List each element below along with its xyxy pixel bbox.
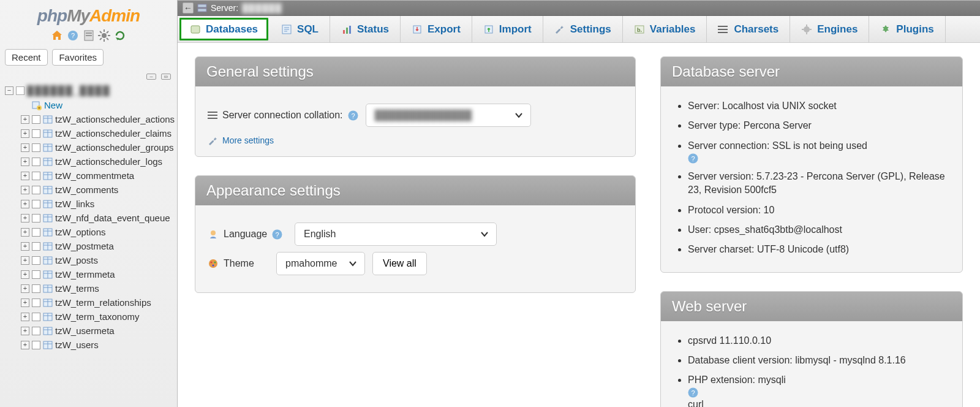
table-icon xyxy=(43,157,53,167)
tab-variables[interactable]: b.Variables xyxy=(623,16,707,42)
expand-node-icon[interactable]: + xyxy=(21,115,29,124)
expand-node-icon[interactable]: + xyxy=(21,129,29,138)
tab-databases[interactable]: Databases xyxy=(179,18,268,40)
link-tree-icon[interactable]: ∞ xyxy=(161,74,171,80)
expand-node-icon[interactable]: + xyxy=(21,313,29,321)
export-icon xyxy=(412,24,423,35)
home-icon[interactable] xyxy=(51,29,63,42)
tab-export[interactable]: Export xyxy=(401,16,472,42)
browse-table-icon[interactable] xyxy=(32,200,40,208)
browse-table-icon[interactable] xyxy=(32,270,40,279)
table-link[interactable]: tzW_actionscheduler_actions xyxy=(55,114,175,124)
help-icon[interactable]: ? xyxy=(688,387,949,398)
browse-table-icon[interactable] xyxy=(32,313,40,321)
browse-table-icon[interactable] xyxy=(32,186,40,194)
expand-node-icon[interactable]: + xyxy=(21,242,29,251)
expand-node-icon[interactable]: + xyxy=(21,186,29,194)
reload-icon[interactable] xyxy=(114,29,126,42)
docs-icon[interactable] xyxy=(83,29,95,42)
browse-table-icon[interactable] xyxy=(32,115,40,124)
breadcrumb-server-name[interactable]: ██████ xyxy=(242,3,282,13)
table-link[interactable]: tzW_comments xyxy=(55,184,118,195)
browse-table-icon[interactable] xyxy=(32,228,40,237)
browse-table-icon[interactable] xyxy=(32,327,40,335)
tab-settings[interactable]: Settings xyxy=(543,16,623,42)
browse-table-icon[interactable] xyxy=(32,129,40,138)
nav-back-icon[interactable]: ← xyxy=(183,2,194,13)
collation-select[interactable]: ██████████████ xyxy=(366,104,531,127)
tab-engines[interactable]: Engines xyxy=(790,16,869,42)
svg-rect-80 xyxy=(718,32,728,33)
table-link[interactable]: tzW_options xyxy=(55,227,106,237)
web-server-title: Web server xyxy=(661,292,962,321)
browse-table-icon[interactable] xyxy=(32,341,40,349)
svg-rect-3 xyxy=(86,32,92,34)
table-link[interactable]: tzW_users xyxy=(55,340,99,350)
tab-import[interactable]: Import xyxy=(472,16,543,42)
more-settings-link[interactable]: More settings xyxy=(222,135,274,145)
svg-line-12 xyxy=(100,38,102,40)
table-link[interactable]: tzW_actionscheduler_groups xyxy=(55,142,173,153)
theme-icon xyxy=(208,258,219,269)
expand-node-icon[interactable]: + xyxy=(21,327,29,335)
tab-plugins[interactable]: Plugins xyxy=(869,16,945,42)
expand-node-icon[interactable]: + xyxy=(21,299,29,307)
table-link[interactable]: tzW_termmeta xyxy=(55,269,115,280)
browse-table-icon[interactable] xyxy=(32,158,40,166)
collapse-tree-icon[interactable]: – xyxy=(146,74,156,80)
browse-table-icon[interactable] xyxy=(32,214,40,223)
tab-charsets[interactable]: Charsets xyxy=(707,16,790,42)
browse-table-icon[interactable] xyxy=(32,284,40,293)
tab-sql[interactable]: SQL xyxy=(270,16,330,42)
theme-select[interactable]: pmahomme xyxy=(276,252,365,275)
expand-node-icon[interactable]: + xyxy=(21,256,29,265)
expand-node-icon[interactable]: + xyxy=(21,270,29,279)
help-icon[interactable]: ? xyxy=(348,110,358,121)
table-tree-item: +tzW_usermeta xyxy=(21,324,177,338)
expand-node-icon[interactable]: + xyxy=(21,284,29,293)
table-icon xyxy=(43,171,53,181)
table-icon xyxy=(43,185,53,195)
table-link[interactable]: tzW_usermeta xyxy=(55,325,115,336)
top-tabs: DatabasesSQLStatusExportImportSettingsb.… xyxy=(178,16,980,43)
view-all-themes-button[interactable]: View all xyxy=(372,252,427,275)
recent-tab[interactable]: Recent xyxy=(5,49,48,66)
expand-node-icon[interactable]: + xyxy=(21,228,29,237)
phpmyadmin-logo[interactable]: phpMyAdmin xyxy=(0,0,177,27)
expand-node-icon[interactable]: + xyxy=(21,341,29,349)
table-link[interactable]: tzW_links xyxy=(55,199,94,209)
table-link[interactable]: tzW_posts xyxy=(55,255,98,265)
table-tree-item: +tzW_commentmeta xyxy=(21,169,177,183)
database-name[interactable]: ██████_████ xyxy=(27,85,111,96)
table-link[interactable]: tzW_actionscheduler_logs xyxy=(55,156,162,167)
browse-table-icon[interactable] xyxy=(32,299,40,307)
table-link[interactable]: tzW_actionscheduler_claims xyxy=(55,128,172,139)
browse-table-icon[interactable] xyxy=(32,172,40,180)
help-icon[interactable]: ? xyxy=(272,229,282,240)
table-link[interactable]: tzW_term_taxonomy xyxy=(55,311,140,322)
table-link[interactable]: tzW_commentmeta xyxy=(55,170,134,181)
browse-table-icon[interactable] xyxy=(32,256,40,265)
expand-node-icon[interactable]: + xyxy=(21,200,29,208)
tab-label: Import xyxy=(499,23,532,36)
logout-icon[interactable]: ? xyxy=(67,29,79,42)
collapse-node-icon[interactable]: − xyxy=(5,86,13,95)
gear-icon[interactable] xyxy=(98,29,110,42)
svg-line-10 xyxy=(100,31,102,33)
new-table-link[interactable]: New xyxy=(44,100,62,110)
expand-node-icon[interactable]: + xyxy=(21,158,29,166)
table-link[interactable]: tzW_terms xyxy=(55,283,99,294)
expand-node-icon[interactable]: + xyxy=(21,214,29,223)
table-link[interactable]: tzW_nfd_data_event_queue xyxy=(55,213,170,223)
table-link[interactable]: tzW_postmeta xyxy=(55,241,114,251)
favorites-tab[interactable]: Favorites xyxy=(52,49,104,66)
browse-table-icon[interactable] xyxy=(32,242,40,251)
table-link[interactable]: tzW_term_relationships xyxy=(55,297,151,308)
db-server-info-item: Server version: 5.7.23-23 - Percona Serv… xyxy=(688,167,949,200)
help-icon[interactable]: ? xyxy=(688,153,949,164)
expand-node-icon[interactable]: + xyxy=(21,172,29,180)
tab-status[interactable]: Status xyxy=(330,16,401,42)
language-select[interactable]: English xyxy=(295,223,497,246)
browse-table-icon[interactable] xyxy=(32,143,40,152)
expand-node-icon[interactable]: + xyxy=(21,143,29,152)
